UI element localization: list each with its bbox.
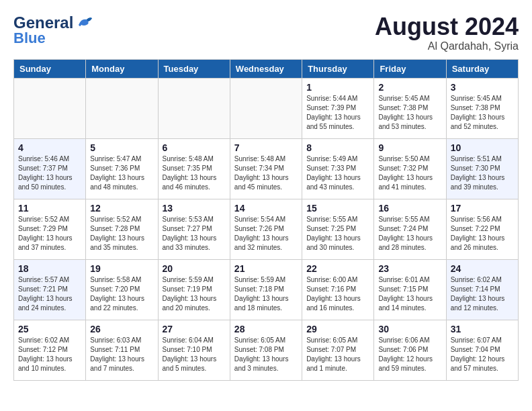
calendar-cell: 5Sunrise: 5:47 AM Sunset: 7:36 PM Daylig… [86, 138, 158, 199]
day-info: Sunrise: 6:04 AM Sunset: 7:10 PM Dayligh… [163, 336, 226, 373]
location: Al Qardahah, Syria [375, 40, 519, 52]
day-number: 1 [306, 82, 369, 93]
page-header: General Blue August 2024 Al Qardahah, Sy… [13, 13, 519, 52]
day-info: Sunrise: 5:55 AM Sunset: 7:25 PM Dayligh… [306, 215, 369, 253]
day-number: 19 [90, 263, 153, 274]
day-info: Sunrise: 6:03 AM Sunset: 7:11 PM Dayligh… [90, 336, 153, 373]
day-info: Sunrise: 5:53 AM Sunset: 7:27 PM Dayligh… [163, 215, 226, 253]
calendar-cell: 12Sunrise: 5:52 AM Sunset: 7:28 PM Dayli… [86, 199, 158, 259]
day-info: Sunrise: 6:02 AM Sunset: 7:12 PM Dayligh… [18, 336, 81, 373]
day-number: 4 [18, 142, 81, 153]
day-number: 26 [90, 324, 153, 334]
calendar-cell: 6Sunrise: 5:48 AM Sunset: 7:35 PM Daylig… [158, 138, 230, 199]
logo-bird-icon [75, 15, 93, 30]
day-number: 29 [306, 324, 369, 334]
day-info: Sunrise: 5:45 AM Sunset: 7:38 PM Dayligh… [378, 94, 441, 132]
month-title: August 2024 [375, 13, 519, 40]
day-number: 27 [163, 324, 226, 334]
day-info: Sunrise: 5:50 AM Sunset: 7:32 PM Dayligh… [378, 154, 441, 192]
day-number: 14 [234, 203, 298, 214]
day-info: Sunrise: 5:46 AM Sunset: 7:37 PM Dayligh… [18, 154, 81, 192]
calendar-cell: 4Sunrise: 5:46 AM Sunset: 7:37 PM Daylig… [14, 138, 86, 199]
calendar-cell: 25Sunrise: 6:02 AM Sunset: 7:12 PM Dayli… [14, 320, 86, 380]
day-number: 5 [90, 142, 153, 153]
day-info: Sunrise: 6:02 AM Sunset: 7:14 PM Dayligh… [451, 275, 514, 313]
calendar-cell: 23Sunrise: 6:01 AM Sunset: 7:15 PM Dayli… [374, 259, 446, 320]
day-number: 3 [451, 82, 514, 93]
day-number: 24 [451, 263, 514, 274]
calendar-cell: 30Sunrise: 6:06 AM Sunset: 7:06 PM Dayli… [374, 320, 446, 380]
day-info: Sunrise: 5:49 AM Sunset: 7:33 PM Dayligh… [306, 154, 369, 192]
day-info: Sunrise: 5:48 AM Sunset: 7:35 PM Dayligh… [163, 154, 226, 192]
day-number: 8 [306, 142, 369, 153]
day-info: Sunrise: 5:58 AM Sunset: 7:20 PM Dayligh… [90, 275, 153, 313]
day-number: 20 [163, 263, 226, 274]
day-number: 21 [234, 263, 298, 274]
calendar-cell: 17Sunrise: 5:56 AM Sunset: 7:22 PM Dayli… [446, 199, 518, 259]
day-info: Sunrise: 5:47 AM Sunset: 7:36 PM Dayligh… [90, 154, 153, 192]
calendar-cell: 28Sunrise: 6:05 AM Sunset: 7:08 PM Dayli… [230, 320, 302, 380]
day-number: 16 [378, 203, 441, 214]
week-row-3: 11Sunrise: 5:52 AM Sunset: 7:29 PM Dayli… [14, 199, 519, 259]
week-row-2: 4Sunrise: 5:46 AM Sunset: 7:37 PM Daylig… [14, 138, 519, 199]
day-info: Sunrise: 6:05 AM Sunset: 7:08 PM Dayligh… [234, 336, 298, 373]
calendar-cell: 3Sunrise: 5:45 AM Sunset: 7:38 PM Daylig… [446, 78, 518, 138]
day-number: 31 [451, 324, 514, 334]
day-info: Sunrise: 5:56 AM Sunset: 7:22 PM Dayligh… [451, 215, 514, 253]
day-info: Sunrise: 6:01 AM Sunset: 7:15 PM Dayligh… [378, 275, 441, 313]
title-section: August 2024 Al Qardahah, Syria [375, 13, 519, 52]
calendar-cell: 27Sunrise: 6:04 AM Sunset: 7:10 PM Dayli… [158, 320, 230, 380]
calendar-cell: 9Sunrise: 5:50 AM Sunset: 7:32 PM Daylig… [374, 138, 446, 199]
calendar-cell: 21Sunrise: 5:59 AM Sunset: 7:18 PM Dayli… [230, 259, 302, 320]
day-number: 22 [306, 263, 369, 274]
weekday-header-friday: Friday [374, 59, 446, 78]
day-info: Sunrise: 5:45 AM Sunset: 7:38 PM Dayligh… [451, 94, 514, 132]
weekday-header-wednesday: Wednesday [230, 59, 302, 78]
day-number: 15 [306, 203, 369, 214]
calendar-cell: 14Sunrise: 5:54 AM Sunset: 7:26 PM Dayli… [230, 199, 302, 259]
day-number: 28 [234, 324, 298, 334]
day-info: Sunrise: 5:55 AM Sunset: 7:24 PM Dayligh… [378, 215, 441, 253]
calendar-cell: 8Sunrise: 5:49 AM Sunset: 7:33 PM Daylig… [302, 138, 374, 199]
day-info: Sunrise: 5:52 AM Sunset: 7:28 PM Dayligh… [90, 215, 153, 253]
day-number: 23 [378, 263, 441, 274]
calendar-cell: 7Sunrise: 5:48 AM Sunset: 7:34 PM Daylig… [230, 138, 302, 199]
calendar-cell [14, 78, 86, 138]
day-info: Sunrise: 5:48 AM Sunset: 7:34 PM Dayligh… [234, 154, 298, 192]
calendar-cell: 1Sunrise: 5:44 AM Sunset: 7:39 PM Daylig… [302, 78, 374, 138]
day-number: 13 [163, 203, 226, 214]
day-number: 17 [451, 203, 514, 214]
calendar-cell: 24Sunrise: 6:02 AM Sunset: 7:14 PM Dayli… [446, 259, 518, 320]
day-info: Sunrise: 6:05 AM Sunset: 7:07 PM Dayligh… [306, 336, 369, 373]
day-info: Sunrise: 6:06 AM Sunset: 7:06 PM Dayligh… [378, 336, 441, 373]
calendar-cell: 31Sunrise: 6:07 AM Sunset: 7:04 PM Dayli… [446, 320, 518, 380]
weekday-header-thursday: Thursday [302, 59, 374, 78]
calendar-cell: 22Sunrise: 6:00 AM Sunset: 7:16 PM Dayli… [302, 259, 374, 320]
weekday-header-tuesday: Tuesday [158, 59, 230, 78]
day-number: 11 [18, 203, 81, 214]
calendar-cell [158, 78, 230, 138]
day-info: Sunrise: 5:57 AM Sunset: 7:21 PM Dayligh… [18, 275, 81, 313]
weekday-header-monday: Monday [86, 59, 158, 78]
day-info: Sunrise: 6:00 AM Sunset: 7:16 PM Dayligh… [306, 275, 369, 313]
calendar-cell: 2Sunrise: 5:45 AM Sunset: 7:38 PM Daylig… [374, 78, 446, 138]
day-number: 9 [378, 142, 441, 153]
day-number: 18 [18, 263, 81, 274]
calendar-cell: 18Sunrise: 5:57 AM Sunset: 7:21 PM Dayli… [14, 259, 86, 320]
week-row-5: 25Sunrise: 6:02 AM Sunset: 7:12 PM Dayli… [14, 320, 519, 380]
logo: General Blue [13, 13, 93, 47]
weekday-header-saturday: Saturday [446, 59, 518, 78]
day-info: Sunrise: 6:07 AM Sunset: 7:04 PM Dayligh… [451, 336, 514, 373]
day-number: 10 [451, 142, 514, 153]
weekday-header-sunday: Sunday [14, 59, 86, 78]
weekday-header-row: SundayMondayTuesdayWednesdayThursdayFrid… [14, 59, 519, 78]
logo-blue: Blue [13, 30, 46, 47]
calendar-cell: 11Sunrise: 5:52 AM Sunset: 7:29 PM Dayli… [14, 199, 86, 259]
calendar-cell: 29Sunrise: 6:05 AM Sunset: 7:07 PM Dayli… [302, 320, 374, 380]
calendar-cell: 13Sunrise: 5:53 AM Sunset: 7:27 PM Dayli… [158, 199, 230, 259]
day-number: 30 [378, 324, 441, 334]
week-row-1: 1Sunrise: 5:44 AM Sunset: 7:39 PM Daylig… [14, 78, 519, 138]
day-number: 12 [90, 203, 153, 214]
day-info: Sunrise: 5:54 AM Sunset: 7:26 PM Dayligh… [234, 215, 298, 253]
day-info: Sunrise: 5:59 AM Sunset: 7:18 PM Dayligh… [234, 275, 298, 313]
